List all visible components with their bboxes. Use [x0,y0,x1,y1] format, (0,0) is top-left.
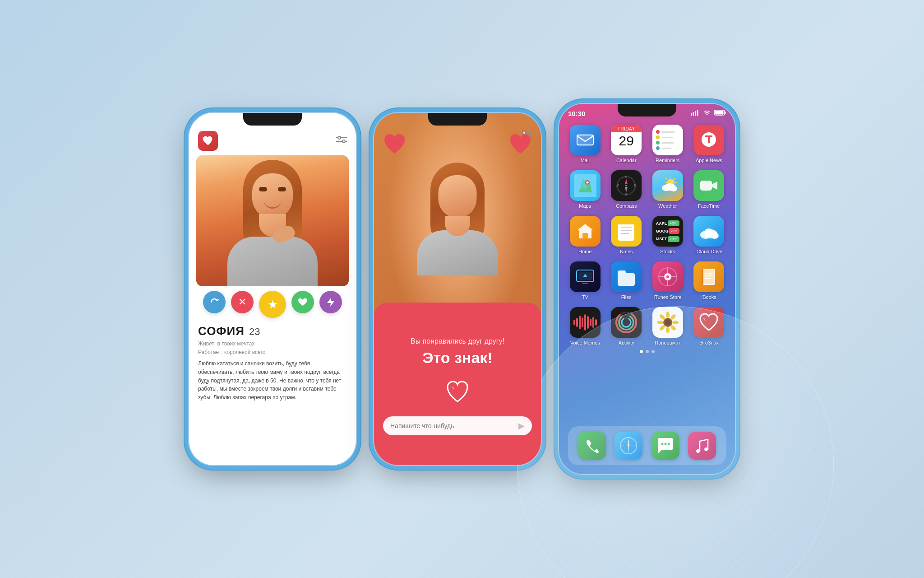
facetime-icon [693,170,724,201]
svg-rect-42 [582,283,588,284]
ibooks-label: iBooks [702,294,716,300]
calendar-day-name: Friday [611,125,642,132]
dock-phone[interactable] [578,432,606,460]
svg-rect-10 [695,111,696,116]
dock-music[interactable] [688,432,716,460]
app-files[interactable]: Files [610,261,644,300]
svg-point-2 [338,136,341,139]
boost-button[interactable] [319,291,342,313]
etoznak-icon [693,307,724,338]
svg-point-45 [666,275,669,278]
app-calendar[interactable]: Friday 29 Calendar [610,125,644,163]
wifi-icon [703,109,711,117]
phone-2-wrapper: Вы понравились друг другу! Это знак! ▶ [374,113,541,465]
dock-messages[interactable] [651,432,679,460]
svg-rect-15 [577,134,593,146]
maps-icon [570,170,601,201]
dock-music-icon [688,432,716,460]
voice-memos-label: Voice Memos [570,340,600,345]
app-ibooks[interactable]: iBooks [692,261,726,300]
app-facetime[interactable]: FaceTime [692,170,726,209]
notes-icon [611,216,642,247]
svg-rect-8 [691,113,692,116]
message-input[interactable] [390,422,514,429]
calendar-day-num: 29 [619,133,634,148]
svg-point-77 [661,443,663,445]
weather-icon [652,170,683,201]
app-activity[interactable]: Activity [610,307,644,345]
icloud-icon [693,216,724,247]
app-reminders[interactable]: Reminders [651,125,685,163]
app-panoramat[interactable]: Панорамат [651,307,685,345]
svg-rect-11 [697,110,698,116]
compass-icon: N S W E [611,170,642,201]
status-time: 10:30 [568,110,585,117]
mail-icon [570,125,601,155]
stocks-icon: AAPL +2% GOOG -1% MSFT +3% [652,216,683,247]
dock-phone-icon [578,432,606,460]
svg-point-21 [625,185,627,186]
voice-memos-icon [570,307,601,338]
home-icon [570,216,601,247]
send-button[interactable]: ▶ [518,421,525,431]
dock-messages-icon [651,432,679,460]
svg-point-67 [666,327,670,333]
svg-rect-30 [700,181,712,191]
phone-2-screen: Вы понравились друг другу! Это знак! ▶ [374,113,541,465]
app-notes[interactable]: Notes [610,216,644,254]
app-icloud[interactable]: iCloud Drive [692,216,726,254]
compass-label: Compass [616,203,637,209]
app-apple-news[interactable]: Apple News [692,125,726,163]
like-button[interactable] [291,291,314,313]
svg-rect-13 [715,111,724,115]
files-label: Files [621,294,632,300]
app-stocks[interactable]: AAPL +2% GOOG -1% MSFT +3% [651,216,685,254]
itunes-label: iTunes Store [654,294,682,300]
dating-app-logo[interactable] [198,131,218,151]
svg-text:S: S [625,193,628,196]
app-maps[interactable]: Maps [568,170,602,209]
notes-label: Notes [620,249,633,254]
profile-meta: Живет: в твоих мечтах Работает: королево… [198,340,347,357]
dock-safari-icon [614,432,642,460]
phone-1-wrapper: ✕ ★ СОФИЯ [189,113,356,465]
app-etoznak[interactable]: ЭтоЗнак [692,307,726,345]
p2-message-input-row: ▶ [383,416,532,435]
app-tv[interactable]: TV [568,261,602,300]
app-mail[interactable]: Mail [568,125,602,163]
svg-point-65 [672,321,679,324]
svg-point-29 [670,186,677,191]
p1-name-age-row: СОФИЯ 23 [198,324,347,338]
battery-icon [714,109,726,117]
phone-1-screen: ✕ ★ СОФИЯ [189,113,356,465]
phone-3: 10:30 [559,104,735,474]
superlike-button[interactable]: ★ [259,291,286,318]
apple-news-icon [693,125,724,155]
activity-label: Activity [619,340,634,345]
app-compass[interactable]: N S W E Compass [610,170,644,209]
dislike-button[interactable]: ✕ [231,291,254,313]
app-itunes[interactable]: iTunes Store [651,261,685,300]
dock-safari[interactable] [614,432,642,460]
svg-point-79 [667,443,670,445]
p2-app-logo [442,376,473,407]
match-sub-text: Вы понравились друг другу! [411,337,504,345]
p2-heart-right [508,132,533,158]
reminders-icon [652,125,683,155]
filter-icon[interactable] [336,136,347,146]
phone-2: Вы понравились друг другу! Это знак! ▶ [374,113,541,465]
profile-age: 23 [249,326,260,338]
svg-point-3 [342,140,345,143]
app-home[interactable]: Home [568,216,602,254]
svg-rect-51 [703,270,714,284]
app-voice-memos[interactable]: Voice Memos [568,307,602,345]
rewind-button[interactable] [203,291,226,313]
svg-rect-31 [582,233,588,238]
tv-label: TV [582,294,588,300]
svg-rect-14 [725,112,726,114]
page-dots [559,350,735,353]
apple-news-label: Apple News [696,158,722,163]
app-weather[interactable]: Weather [651,170,685,209]
phone-3-notch [618,104,676,117]
itunes-icon [652,261,683,292]
